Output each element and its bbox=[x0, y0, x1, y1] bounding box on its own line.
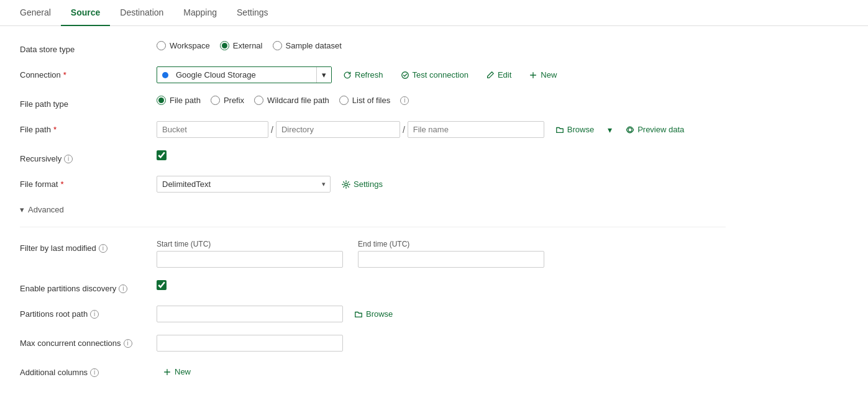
max-concurrent-connections-input[interactable] bbox=[157, 335, 343, 352]
file-format-label: File format * bbox=[20, 176, 157, 189]
data-store-type-radio-group: Workspace External Sample dataset bbox=[157, 41, 342, 50]
svg-point-1 bbox=[628, 127, 632, 131]
tab-source[interactable]: Source bbox=[61, 0, 110, 26]
radio-sample-dataset-input[interactable] bbox=[273, 41, 282, 50]
filter-by-last-modified-label: Filter by last modified i bbox=[20, 240, 157, 253]
additional-columns-control: New bbox=[157, 364, 197, 379]
connection-control: Google Cloud Storage ▾ Refresh Test conn… bbox=[157, 66, 563, 83]
preview-data-button[interactable]: Preview data bbox=[619, 122, 690, 137]
additional-columns-new-button[interactable]: New bbox=[157, 364, 197, 379]
edit-icon bbox=[486, 71, 495, 80]
file-format-settings-label: Settings bbox=[354, 179, 383, 189]
radio-external[interactable]: External bbox=[220, 41, 263, 50]
radio-sample-dataset[interactable]: Sample dataset bbox=[273, 41, 342, 50]
radio-workspace-input[interactable] bbox=[157, 41, 166, 50]
browse-file-path-button[interactable]: Browse bbox=[549, 122, 600, 137]
file-path-type-info-icon: i bbox=[400, 96, 409, 105]
radio-prefix[interactable]: Prefix bbox=[211, 96, 244, 105]
filename-input[interactable] bbox=[408, 121, 544, 138]
test-connection-label: Test connection bbox=[413, 70, 468, 80]
plus-new-icon bbox=[163, 368, 171, 376]
file-path-control: / / Browse ▾ Preview data bbox=[157, 121, 690, 138]
tab-settings[interactable]: Settings bbox=[227, 0, 278, 26]
max-concurrent-connections-label: Max concurrent connections i bbox=[20, 335, 157, 348]
file-path-required: * bbox=[53, 125, 57, 134]
file-format-settings-button[interactable]: Settings bbox=[336, 176, 389, 192]
radio-external-input[interactable] bbox=[220, 41, 229, 50]
chevron-down-icon: ▾ bbox=[608, 125, 612, 135]
enable-partitions-checkbox[interactable] bbox=[157, 280, 167, 290]
browse-partitions-label: Browse bbox=[366, 309, 393, 319]
test-connection-button[interactable]: Test connection bbox=[395, 67, 475, 83]
path-separator-1: / bbox=[271, 125, 273, 135]
additional-columns-row: Additional columns i New bbox=[20, 364, 726, 379]
enable-partitions-row: Enable partitions discovery i bbox=[20, 280, 726, 293]
settings-icon bbox=[342, 180, 350, 189]
advanced-divider bbox=[20, 227, 726, 227]
plus-icon bbox=[529, 71, 537, 80]
advanced-row[interactable]: ▾ Advanced bbox=[20, 205, 726, 214]
partitions-root-path-info-icon: i bbox=[90, 310, 99, 319]
file-path-type-radio-group: File path Prefix Wildcard file path List… bbox=[157, 96, 409, 105]
enable-partitions-checkbox-item[interactable] bbox=[157, 280, 167, 290]
recursively-row: Recursively i bbox=[20, 150, 726, 163]
start-time-label: Start time (UTC) bbox=[157, 240, 343, 248]
max-concurrent-connections-row: Max concurrent connections i bbox=[20, 335, 726, 352]
enable-partitions-info-icon: i bbox=[119, 284, 127, 293]
tab-general[interactable]: General bbox=[10, 0, 61, 26]
additional-columns-info-icon: i bbox=[90, 368, 99, 377]
partitions-root-path-control: Browse bbox=[157, 306, 399, 322]
refresh-button[interactable]: Refresh bbox=[337, 67, 390, 83]
connection-dropdown-arrow[interactable]: ▾ bbox=[316, 67, 331, 83]
file-path-type-row: File path type File path Prefix Wildcard… bbox=[20, 96, 726, 109]
folder-partitions-icon bbox=[354, 310, 363, 319]
enable-partitions-label: Enable partitions discovery i bbox=[20, 280, 157, 293]
connection-dropdown[interactable]: Google Cloud Storage bbox=[173, 67, 316, 83]
folder-icon bbox=[555, 125, 564, 134]
recursively-control bbox=[157, 150, 167, 160]
radio-file-path-input[interactable] bbox=[157, 96, 166, 105]
connection-row: Connection * Google Cloud Storage ▾ Refr… bbox=[20, 66, 726, 83]
radio-file-path-label: File path bbox=[170, 96, 201, 105]
end-time-input[interactable] bbox=[358, 251, 544, 268]
edit-label: Edit bbox=[498, 70, 511, 80]
radio-list-of-files-input[interactable] bbox=[339, 96, 349, 105]
recursively-checkbox-item[interactable] bbox=[157, 150, 167, 160]
preview-icon bbox=[626, 125, 634, 134]
file-format-select-wrapper: DelimitedText ▾ bbox=[157, 176, 331, 193]
connection-select-wrapper: Google Cloud Storage ▾ bbox=[157, 66, 332, 83]
radio-wildcard-label: Wildcard file path bbox=[267, 96, 329, 105]
refresh-label: Refresh bbox=[355, 70, 383, 80]
partitions-root-path-label: Partitions root path i bbox=[20, 306, 157, 319]
file-path-group: / / bbox=[157, 121, 544, 138]
radio-list-of-files[interactable]: List of files bbox=[339, 96, 390, 105]
start-time-input[interactable] bbox=[157, 251, 343, 268]
file-format-dropdown[interactable]: DelimitedText bbox=[157, 176, 331, 193]
radio-wildcard[interactable]: Wildcard file path bbox=[254, 96, 329, 105]
connection-blue-dot bbox=[157, 69, 173, 81]
radio-prefix-input[interactable] bbox=[211, 96, 220, 105]
tab-mapping[interactable]: Mapping bbox=[173, 0, 227, 26]
connection-label: Connection * bbox=[20, 66, 157, 80]
partitions-root-path-row: Partitions root path i Browse bbox=[20, 306, 726, 322]
radio-workspace[interactable]: Workspace bbox=[157, 41, 210, 50]
recursively-checkbox[interactable] bbox=[157, 150, 167, 160]
tab-destination[interactable]: Destination bbox=[110, 0, 173, 26]
file-format-row: File format * DelimitedText ▾ Settings bbox=[20, 176, 726, 193]
partitions-root-path-input[interactable] bbox=[157, 306, 343, 322]
preview-data-label: Preview data bbox=[637, 125, 684, 134]
max-concurrent-connections-control bbox=[157, 335, 343, 352]
new-connection-button[interactable]: New bbox=[523, 67, 563, 83]
data-store-type-control: Workspace External Sample dataset bbox=[157, 41, 342, 50]
directory-input[interactable] bbox=[276, 121, 400, 138]
radio-file-path[interactable]: File path bbox=[157, 96, 201, 105]
bucket-input[interactable] bbox=[157, 121, 268, 138]
file-path-dropdown-btn[interactable]: ▾ bbox=[605, 122, 614, 138]
browse-partitions-button[interactable]: Browse bbox=[348, 306, 399, 322]
file-format-control: DelimitedText ▾ Settings bbox=[157, 176, 389, 193]
max-concurrent-info-icon: i bbox=[124, 339, 132, 348]
radio-sample-dataset-label: Sample dataset bbox=[286, 41, 342, 50]
recursively-info-icon: i bbox=[64, 155, 73, 163]
radio-wildcard-input[interactable] bbox=[254, 96, 263, 105]
edit-button[interactable]: Edit bbox=[480, 67, 518, 83]
